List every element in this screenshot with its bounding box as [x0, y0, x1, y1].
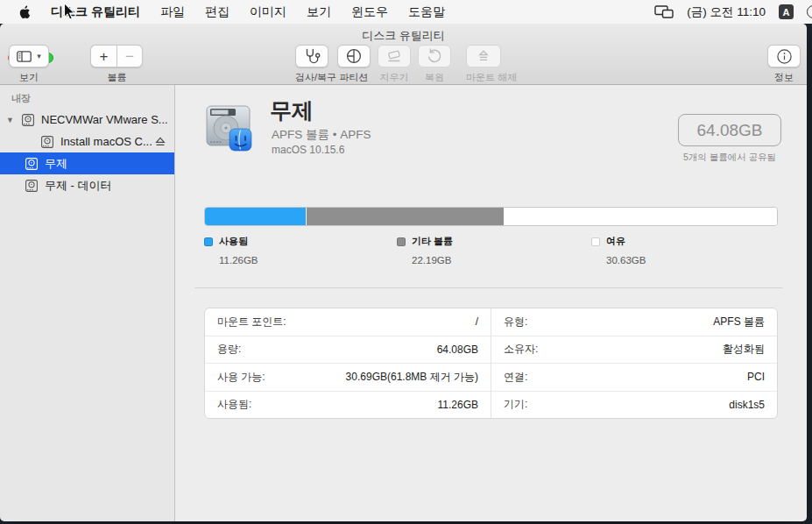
volume-subtitle: APFS 볼륨 • APFS	[272, 127, 371, 143]
row-value: APFS 볼륨	[713, 315, 765, 329]
info-button[interactable]	[767, 45, 801, 67]
disclosure-triangle-icon[interactable]: ▼	[6, 116, 14, 124]
usage-bar-free-segment	[504, 208, 777, 225]
row-label: 용량:	[217, 342, 241, 357]
sidebar-section-internal: 내장	[0, 90, 174, 109]
hard-drive-icon	[203, 102, 253, 156]
sidebar-item-untitled-data[interactable]: 무제 - 데이터	[0, 174, 174, 196]
internal-drive-icon	[25, 157, 39, 171]
sidebar-item-untitled[interactable]: 무제	[0, 152, 174, 174]
table-row: 용량:64.08GB	[205, 336, 491, 364]
sidebar-item-label: NECVMWar VMware S...	[41, 113, 168, 126]
stethoscope-icon	[303, 47, 321, 65]
row-value: /	[476, 315, 478, 328]
title-bar[interactable]: 디스크 유틸리티 ▾ 보기 + − 볼륨	[0, 24, 807, 85]
menu-view[interactable]: 보기	[307, 4, 331, 20]
free-swatch	[591, 237, 600, 246]
table-row: 기기:disk1s5	[491, 391, 777, 419]
other-swatch	[397, 237, 406, 246]
row-label: 소유자:	[504, 342, 538, 357]
add-volume-button[interactable]: +	[90, 45, 117, 67]
sidebar-item-disk[interactable]: ▼ NECVMWar VMware S...	[0, 109, 174, 131]
chevron-down-icon: ▾	[37, 52, 41, 60]
screen-mirroring-icon[interactable]	[654, 5, 674, 18]
internal-drive-icon	[40, 135, 54, 149]
legend-free: 여유 30.63GB	[591, 235, 646, 266]
apple-menu-icon[interactable]	[18, 5, 31, 19]
erase-button[interactable]	[378, 45, 411, 67]
partition-button[interactable]	[337, 45, 371, 67]
legend-value: 30.63GB	[606, 255, 646, 266]
capacity-note: 5개의 볼륨에서 공유됨	[666, 152, 794, 164]
legend-used: 사용됨 11.26GB	[204, 235, 258, 266]
row-label: 연결:	[504, 370, 527, 385]
content-divider	[194, 287, 782, 288]
menu-help[interactable]: 도움말	[408, 4, 445, 20]
erase-label: 지우기	[378, 71, 411, 84]
internal-drive-icon	[25, 179, 39, 193]
sidebar-item-install-macos[interactable]: Install macOS C...	[0, 131, 174, 152]
view-button[interactable]: ▾	[9, 45, 49, 67]
usage-bar-other-segment	[306, 208, 504, 225]
legend-value: 22.19GB	[412, 255, 453, 266]
row-value: 활성화됨	[723, 342, 765, 357]
remove-volume-button[interactable]: −	[117, 45, 143, 67]
menu-file[interactable]: 파일	[160, 4, 185, 20]
toolbar-group-unmount: 마운트 해제	[466, 45, 501, 84]
table-row: 연결:PCI	[491, 363, 777, 391]
row-value: 64.08GB	[437, 343, 478, 356]
table-row: 소유자:활성화됨	[491, 336, 777, 364]
row-label: 마운트 포인트:	[217, 315, 286, 329]
partition-label: 파티션	[337, 71, 371, 84]
minus-icon: −	[125, 49, 134, 64]
unmount-button[interactable]	[466, 45, 501, 67]
usage-bar-used-segment	[205, 208, 306, 225]
legend-value: 11.26GB	[219, 255, 258, 266]
menu-edit[interactable]: 편집	[205, 4, 229, 20]
toolbar-group-erase: 지우기	[378, 45, 411, 84]
info-label: 정보	[767, 71, 801, 84]
volume-os-version: macOS 10.15.6	[272, 144, 344, 156]
toolbar-group-info: 정보	[767, 45, 801, 84]
menubar-app-name[interactable]: 디스크 유틸리티	[51, 4, 140, 20]
toolbar-group-volume: + − 볼륨	[90, 45, 144, 84]
sidebar-item-label: 무제 - 데이터	[45, 178, 112, 194]
menu-bar: 디스크 유틸리티 파일 편집 이미지 보기 윈도우 도움말 (금) 오전 11:…	[0, 0, 812, 24]
details-table: 마운트 포인트:/ 용량:64.08GB 사용 가능:30.69GB(61.8M…	[204, 308, 778, 419]
eraser-icon	[385, 47, 403, 65]
row-value: PCI	[747, 371, 765, 383]
toolbar-group-partition: 파티션	[337, 45, 371, 84]
row-label: 사용 가능:	[217, 370, 265, 385]
used-swatch	[204, 237, 213, 246]
unmount-label: 마운트 해제	[466, 71, 501, 84]
sidebar-view-icon	[17, 51, 32, 62]
first-aid-button[interactable]	[295, 45, 328, 67]
legend-label: 사용됨	[219, 235, 248, 248]
row-label: 기기:	[504, 397, 527, 412]
details-left-column: 마운트 포인트:/ 용량:64.08GB 사용 가능:30.69GB(61.8M…	[205, 308, 491, 418]
partition-pie-icon	[345, 47, 363, 65]
table-row: 사용 가능:30.69GB(61.8MB 제거 가능)	[205, 363, 491, 391]
volume-title: 무제	[270, 96, 314, 125]
details-right-column: 유형:APFS 볼륨 소유자:활성화됨 연결:PCI 기기:disk1s5	[491, 308, 777, 418]
internal-drive-icon	[21, 113, 35, 127]
input-source-icon[interactable]: A	[779, 4, 794, 19]
row-label: 유형:	[504, 315, 527, 329]
legend-label: 여유	[606, 235, 625, 248]
toolbar-group-view: ▾ 보기	[9, 45, 49, 84]
volume-label: 볼륨	[90, 71, 144, 84]
menu-image[interactable]: 이미지	[250, 4, 286, 20]
row-value: 30.69GB(61.8MB 제거 가능)	[346, 370, 478, 385]
menubar-status-icon[interactable]	[807, 5, 812, 18]
plus-icon: +	[100, 49, 109, 64]
eject-icon[interactable]	[155, 137, 166, 146]
sidebar-item-label: 무제	[45, 156, 67, 172]
menubar-clock[interactable]: (금) 오전 11:10	[687, 4, 766, 20]
restore-button[interactable]	[418, 45, 451, 67]
menu-window[interactable]: 윈도우	[351, 4, 388, 20]
toolbar-group-restore: 복원	[418, 45, 451, 84]
restore-arrow-icon	[426, 47, 443, 65]
legend-label: 기타 볼륨	[412, 235, 453, 248]
legend-other: 기타 볼륨 22.19GB	[397, 235, 453, 266]
window-title: 디스크 유틸리티	[0, 24, 807, 44]
